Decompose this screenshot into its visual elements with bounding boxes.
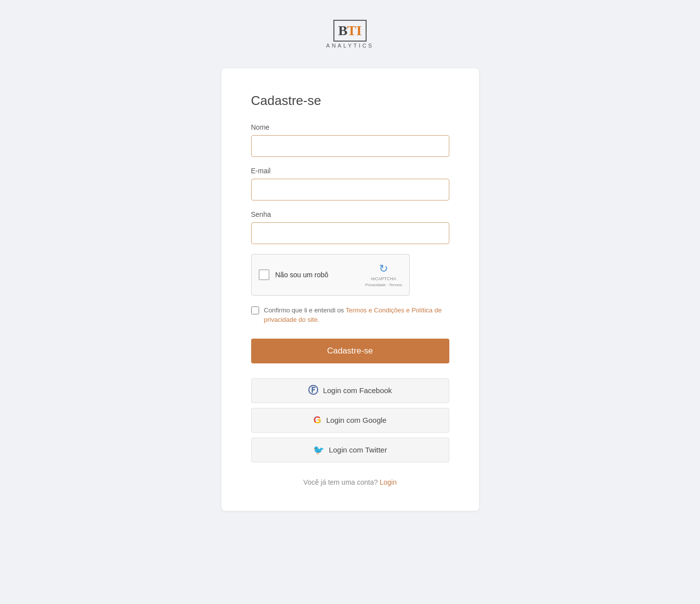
google-icon: G [314,414,322,426]
logo-analytics-text: ANALYTICS [326,43,374,49]
login-link[interactable]: Login [379,478,396,486]
recaptcha-links: Privacidade · Termos [365,283,402,287]
email-input[interactable] [251,179,449,201]
recaptcha-icon: ↻ [379,262,388,275]
terms-row: Confirmo que li e entendi os Termos e Co… [251,305,449,325]
recaptcha-brand: reCAPTCHA [371,276,396,282]
nome-input[interactable] [251,135,449,157]
footer-text: Você já tem uma conta? [303,478,377,486]
register-card: Cadastre-se Nome E-mail Senha Não sou um… [221,68,479,511]
logo-main-box: B TI [333,20,367,42]
terms-text: Confirmo que li e entendi os Termos e Co… [264,305,449,325]
logo: B TI ANALYTICS [326,20,374,49]
senha-field-group: Senha [251,210,449,244]
terms-checkbox[interactable] [251,306,259,314]
logo-ti-letters: TI [347,23,362,39]
register-button[interactable]: Cadastre-se [251,339,449,363]
google-login-button[interactable]: G Login com Google [251,408,449,433]
recaptcha-label: Não sou um robô [275,271,359,279]
senha-input[interactable] [251,222,449,244]
page-title: Cadastre-se [251,93,449,108]
facebook-login-label: Login com Facebook [323,386,392,395]
email-label: E-mail [251,167,449,175]
google-login-label: Login com Google [326,416,386,424]
twitter-login-label: Login com Twitter [329,446,387,454]
email-field-group: E-mail [251,167,449,201]
senha-label: Senha [251,210,449,218]
logo-container: B TI ANALYTICS [326,20,374,49]
twitter-login-button[interactable]: 🐦 Login com Twitter [251,438,449,462]
terms-prefix: Confirmo que li e entendi os [264,306,346,314]
logo-b-letter: B [338,23,347,39]
facebook-icon: Ⓕ [308,384,318,397]
recaptcha-widget[interactable]: Não sou um robô ↻ reCAPTCHA Privacidade … [251,254,410,296]
login-footer: Você já tem uma conta? Login [251,478,449,486]
recaptcha-checkbox[interactable] [259,269,269,280]
recaptcha-logo: ↻ reCAPTCHA Privacidade · Termos [365,262,402,287]
twitter-icon: 🐦 [313,445,324,455]
facebook-login-button[interactable]: Ⓕ Login com Facebook [251,378,449,403]
nome-field-group: Nome [251,123,449,157]
nome-label: Nome [251,123,449,131]
